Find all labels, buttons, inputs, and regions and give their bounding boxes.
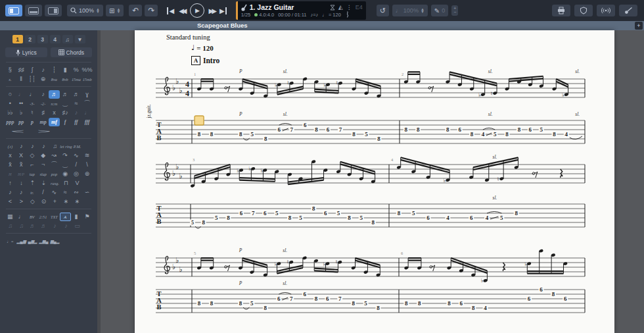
tab-number[interactable]: 6: [240, 210, 243, 217]
tab-number[interactable]: 8: [198, 131, 201, 138]
tremolo-tool[interactable]: x̃: [16, 161, 27, 169]
coda-tool[interactable]: ⊕: [37, 75, 49, 84]
speed-trainer-stepper[interactable]: + −: [451, 5, 458, 16]
view-mode-parchment-button[interactable]: [25, 5, 42, 16]
instrument-button[interactable]: [619, 5, 637, 16]
whole-note-tool[interactable]: ○: [5, 90, 16, 99]
barline-tool[interactable]: ┆: [49, 66, 60, 74]
fast-forward-button[interactable]: ▶▶: [209, 7, 215, 14]
hammer-pull-tool[interactable]: H/P: [16, 170, 27, 178]
secondary-clef-tool[interactable]: ʃ: [27, 66, 38, 74]
tab-number[interactable]: 4: [482, 131, 485, 138]
tab-number[interactable]: 5: [364, 300, 367, 307]
marcato-mark-tool[interactable]: >: [16, 197, 27, 206]
tab-number[interactable]: 6: [529, 126, 532, 133]
tap-tool[interactable]: tap: [27, 170, 38, 178]
layout-stepper[interactable]: ▲▼: [116, 8, 120, 13]
vibrato-small-tool[interactable]: ∿: [49, 188, 60, 197]
quarter-note-tool[interactable]: ♩: [27, 90, 38, 99]
accent-mark-tool[interactable]: <: [5, 197, 16, 206]
edit-cursor[interactable]: [195, 116, 204, 125]
strum-down-tool[interactable]: ↓: [16, 179, 27, 188]
view-mode-screen-button[interactable]: [45, 5, 62, 16]
tab-number[interactable]: 8: [515, 210, 518, 217]
vibrato-tool[interactable]: ∿: [71, 151, 82, 160]
plus-mark-tool[interactable]: +: [49, 197, 60, 206]
tab-number[interactable]: 7: [290, 295, 293, 302]
thick-barline-tool[interactable]: ▮: [60, 66, 71, 74]
transpose-down-tool[interactable]: ♩: [81, 109, 93, 117]
tab-number[interactable]: 8: [227, 215, 230, 221]
force-beam-tool[interactable]: ♪: [49, 222, 60, 230]
tab-number[interactable]: 8: [377, 305, 380, 311]
artificial-harmonic-tool[interactable]: ◆: [37, 151, 49, 160]
whammy-bar-tool[interactable]: /: [37, 188, 49, 197]
tab-number[interactable]: 5: [540, 126, 543, 133]
break-beam-tool[interactable]: ♪: [60, 222, 72, 230]
grace-on-beat-tool[interactable]: ♪: [16, 188, 27, 197]
tab-number[interactable]: 6: [528, 295, 531, 302]
marker-flag-icon[interactable]: ⚑: [81, 213, 93, 221]
brush-tool[interactable]: ⊓: [60, 179, 72, 188]
dynamic-mf-tool[interactable]: mf: [49, 118, 60, 126]
relative-tempo-control[interactable]: ♩ 100% ▲▼: [392, 5, 428, 16]
staccato-tool[interactable]: ♪: [27, 142, 38, 151]
tab-number[interactable]: 4: [486, 215, 489, 221]
let-ring-tool[interactable]: let ring: [60, 142, 72, 151]
dynamic-mp-tool[interactable]: mp: [37, 118, 49, 126]
dead-chord-tool[interactable]: X: [16, 151, 27, 160]
slash-notation-tool[interactable]: ♩: [16, 213, 27, 221]
voice-filter-button[interactable]: ▼: [75, 35, 85, 43]
grace-note-tool[interactable]: ♪: [37, 66, 49, 74]
ottava-alta-tool[interactable]: 8va: [49, 75, 60, 84]
tab-number[interactable]: 6: [277, 295, 281, 302]
automation-3-tool[interactable]: ▂▆▄: [38, 237, 49, 245]
tab-number[interactable]: 5: [275, 210, 279, 217]
quindicesima-alta-tool[interactable]: 15ma: [71, 75, 82, 84]
dynamic-ff-tool[interactable]: ff: [71, 118, 82, 126]
tab-number[interactable]: 8: [552, 291, 555, 297]
zoom-stepper[interactable]: ▲▼: [96, 8, 100, 13]
half-note-tool[interactable]: ♩: [16, 90, 27, 99]
ottava-bassa-tool[interactable]: 8vb: [60, 75, 71, 84]
tab-number[interactable]: 8: [553, 131, 556, 138]
view-mode-page-button[interactable]: [5, 5, 22, 16]
automation-4-tool[interactable]: ▆▄▂: [49, 237, 60, 245]
tab-number[interactable]: 5: [191, 220, 194, 226]
tab-number[interactable]: 8: [377, 136, 380, 142]
multirest-tool[interactable]: x.: [5, 75, 16, 84]
let-ring-arc-tool[interactable]: ≈: [71, 99, 82, 108]
tab-number[interactable]: 8: [446, 126, 449, 133]
tab-number[interactable]: 8: [312, 205, 315, 212]
tab-number[interactable]: 8: [264, 305, 267, 311]
key-signature-tool[interactable]: ♯♯: [16, 66, 27, 74]
tempo-marker-tool[interactable]: ♩=: [5, 237, 16, 245]
audio-settings-button[interactable]: [597, 5, 615, 16]
free-time-tool[interactable]: ▭: [72, 222, 83, 230]
sixteenth-note-tool[interactable]: ♬: [49, 90, 60, 99]
tab-number[interactable]: 6: [303, 291, 306, 297]
tab-number[interactable]: 5: [250, 131, 254, 138]
new-tab-button[interactable]: +: [635, 22, 643, 30]
tab-number[interactable]: 8: [202, 219, 205, 226]
double-simile-tool[interactable]: %%: [81, 66, 93, 74]
tie-tool[interactable]: ‿: [60, 99, 71, 108]
slap-tool[interactable]: slap: [37, 170, 49, 178]
tab-number[interactable]: 8: [405, 300, 408, 307]
slide-out-tool[interactable]: ¬: [37, 161, 49, 169]
vibrato-wide-tool[interactable]: ≈: [60, 188, 71, 197]
tab-number[interactable]: 8: [264, 136, 267, 142]
tab-number[interactable]: 5: [250, 300, 254, 307]
simile-mark-tool[interactable]: %: [71, 66, 82, 74]
arpeggio-down-tool[interactable]: ⇣: [38, 179, 49, 188]
strum-up-tool[interactable]: ↑: [5, 179, 16, 188]
upstroke-tool[interactable]: V: [72, 179, 83, 188]
tab-number[interactable]: 6: [304, 122, 307, 128]
tab-number[interactable]: 8: [471, 131, 474, 138]
automation-1-tool[interactable]: ▂▄▆: [16, 237, 27, 245]
tab-number[interactable]: 8: [372, 219, 375, 226]
tab-number[interactable]: 6: [326, 295, 329, 302]
tab-number[interactable]: 6: [426, 215, 430, 221]
double-flat-tool[interactable]: ♭♭: [5, 109, 16, 117]
ghost-note-tool[interactable]: (♪): [5, 142, 16, 151]
